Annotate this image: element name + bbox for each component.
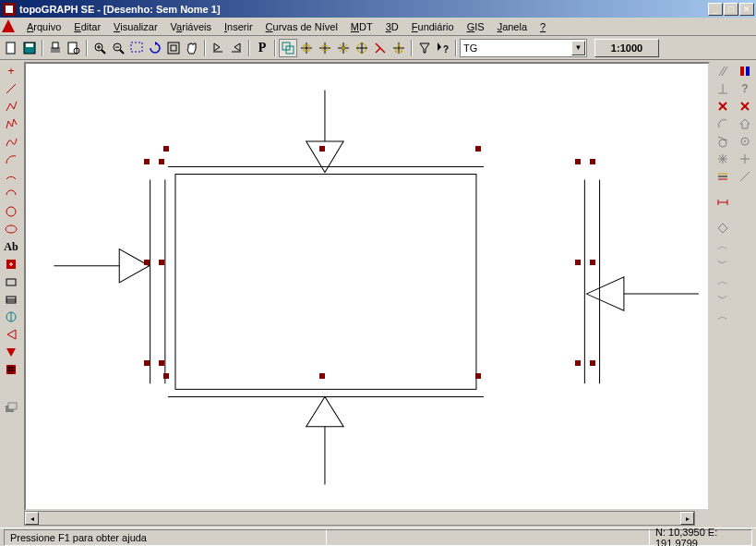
chevron-down-icon[interactable]: ▼ <box>571 41 585 55</box>
chevron-up-icon[interactable]: ︿ <box>714 237 731 254</box>
print-button[interactable] <box>46 39 65 57</box>
refresh-button[interactable] <box>146 39 164 57</box>
handle[interactable] <box>144 159 150 164</box>
hatch-tool[interactable] <box>3 291 19 308</box>
zoom-region-button[interactable] <box>127 39 146 57</box>
drawing-canvas[interactable] <box>24 62 710 511</box>
filter-button[interactable] <box>415 39 434 57</box>
dim-tool[interactable] <box>3 309 19 325</box>
query-icon[interactable]: ? <box>737 80 753 97</box>
menu-janela[interactable]: Janela <box>491 19 534 34</box>
select-mode-button[interactable] <box>279 39 297 57</box>
minimize-button[interactable]: _ <box>708 3 723 16</box>
arc2-tool[interactable] <box>3 168 19 185</box>
chevron-up3-icon[interactable]: ︿ <box>714 308 731 324</box>
star-icon[interactable] <box>714 151 731 167</box>
cross-icon[interactable] <box>737 151 753 167</box>
arc3-tool[interactable] <box>3 186 19 202</box>
perp-icon[interactable] <box>714 80 731 97</box>
cancel-icon[interactable] <box>737 98 753 115</box>
dim-h-icon[interactable] <box>714 194 731 211</box>
home-icon[interactable] <box>737 115 753 132</box>
text-tool[interactable]: Ab <box>3 238 19 255</box>
handle[interactable] <box>144 360 150 366</box>
preview-button[interactable] <box>65 39 83 57</box>
text-button[interactable]: P <box>253 39 271 57</box>
handle[interactable] <box>144 260 150 265</box>
menu-variaveis[interactable]: Variáveis <box>164 19 218 34</box>
new-button[interactable] <box>2 39 20 57</box>
insert-tool[interactable] <box>3 256 19 273</box>
scroll-left-icon[interactable]: ◂ <box>25 512 39 525</box>
tangent-icon[interactable] <box>714 133 731 150</box>
line-style-icon[interactable] <box>714 168 731 185</box>
menu-3d[interactable]: 3D <box>379 19 405 34</box>
layers-button[interactable] <box>3 398 19 415</box>
h-scrollbar[interactable]: ◂ ▸ <box>24 511 710 526</box>
handle[interactable] <box>575 159 581 164</box>
handle[interactable] <box>159 159 164 164</box>
rectangle-tool[interactable] <box>3 273 19 290</box>
circle-tool[interactable] <box>3 203 19 220</box>
handle[interactable] <box>475 373 481 379</box>
chevron-up2-icon[interactable]: ︿ <box>714 273 731 289</box>
snap-perpendicular-button[interactable] <box>371 39 390 57</box>
snap-intersect-button[interactable] <box>334 39 353 57</box>
menu-gis[interactable]: GIS <box>461 19 491 34</box>
chevron-down-icon[interactable]: ﹀ <box>714 255 731 272</box>
menu-fundiario[interactable]: Fundiário <box>405 19 461 34</box>
handle[interactable] <box>475 146 481 152</box>
ellipse-tool[interactable] <box>3 221 19 237</box>
grid-tool[interactable] <box>3 361 19 378</box>
handle[interactable] <box>159 260 164 265</box>
menu-visualizar[interactable]: Visualizar <box>107 19 164 34</box>
props-icon[interactable] <box>737 63 753 79</box>
handle[interactable] <box>575 260 581 265</box>
layer-select[interactable]: TG ▼ <box>460 39 587 57</box>
parallel-icon[interactable] <box>714 63 731 79</box>
arc-tool[interactable] <box>3 151 19 167</box>
handle[interactable] <box>590 260 595 265</box>
snap-nearest-button[interactable] <box>390 39 408 57</box>
chevron-down2-icon[interactable]: ﹀ <box>714 290 731 307</box>
menu-inserir[interactable]: Inserir <box>218 19 259 34</box>
snap-midpoint-button[interactable] <box>316 39 334 57</box>
next-view-button[interactable] <box>227 39 246 57</box>
spline-tool[interactable] <box>3 133 19 150</box>
point-tool[interactable]: + <box>3 63 19 79</box>
scroll-right-icon[interactable]: ▸ <box>680 512 694 525</box>
polyline2-tool[interactable] <box>3 115 19 132</box>
triangle-down-tool[interactable] <box>3 344 19 360</box>
arc-edit-icon[interactable] <box>714 115 731 132</box>
pan-button[interactable] <box>183 39 201 57</box>
polyline-tool[interactable] <box>3 98 19 115</box>
menu-mdt[interactable]: MDT <box>344 19 379 34</box>
scale-display[interactable]: 1:1000 <box>594 39 659 57</box>
diamond-icon[interactable] <box>714 220 731 237</box>
menu-curvas[interactable]: Curvas de Nível <box>259 19 344 34</box>
menu-editar[interactable]: Editar <box>67 19 107 34</box>
handle[interactable] <box>590 360 595 366</box>
save-button[interactable] <box>20 39 39 57</box>
close-button[interactable]: ✕ <box>739 3 754 16</box>
handle[interactable] <box>319 146 325 152</box>
edit-line-icon[interactable] <box>737 168 753 185</box>
handle[interactable] <box>163 373 169 379</box>
handle[interactable] <box>159 360 164 366</box>
prev-view-button[interactable] <box>209 39 227 57</box>
maximize-button[interactable]: □ <box>724 3 738 16</box>
snap-endpoint-button[interactable] <box>297 39 316 57</box>
handle[interactable] <box>163 146 169 152</box>
triangle-left-tool[interactable] <box>3 326 19 343</box>
line-tool[interactable] <box>3 80 19 97</box>
handle[interactable] <box>575 360 581 366</box>
menu-arquivo[interactable]: Arquivo <box>20 19 67 34</box>
delete-icon[interactable] <box>714 98 731 115</box>
zoom-out-button[interactable] <box>109 39 127 57</box>
handle[interactable] <box>319 373 325 379</box>
snap-center-button[interactable] <box>353 39 371 57</box>
zoom-in-button[interactable] <box>90 39 109 57</box>
whatsthis-button[interactable]: ? <box>434 39 452 57</box>
target-icon[interactable] <box>737 133 753 150</box>
menu-help[interactable]: ? <box>534 19 552 34</box>
